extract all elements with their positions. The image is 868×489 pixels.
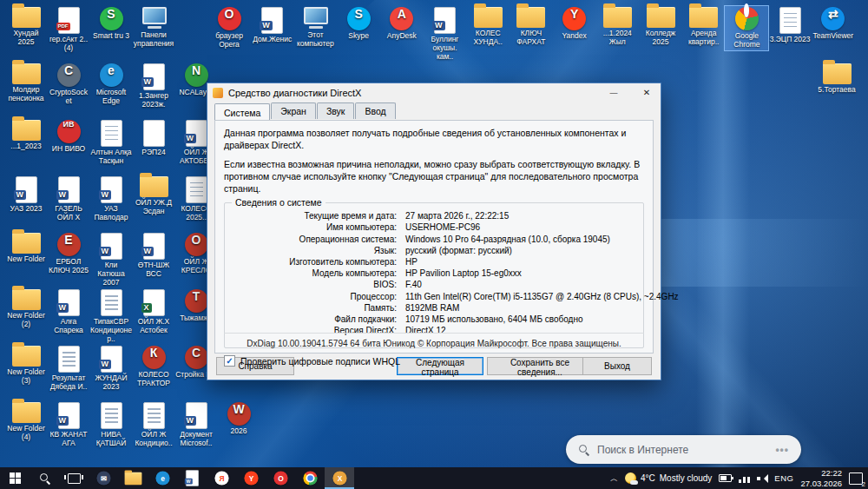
computer-icon [141,7,167,30]
desktop-icon[interactable]: XОЙЛ Ж.Х Астобек [131,287,176,337]
chrome-browser-taskbar-button[interactable] [295,467,325,489]
desktop-icon[interactable]: ...1_2023 [3,118,49,153]
desktop-icon[interactable]: ...1.2024 Жыл [595,5,640,49]
desktop-icon[interactable]: НИВА ҚАТШАЙ [89,400,134,450]
desktop-icon[interactable]: Алтын Алқа Тасқын [89,118,134,168]
tray-overflow-chevron-icon[interactable]: ︿ [610,473,618,485]
whql-checkbox[interactable] [224,355,235,367]
desktop-icon[interactable]: КОЛЕС ХУНДА.. [465,5,510,49]
tab-Система[interactable]: Система [214,103,270,120]
desktop-icon[interactable]: WУАЗ Павлодар [89,175,134,224]
sysinfo-row: Имя компьютера:USERHOME-PC96 [232,221,636,233]
desktop-icon[interactable]: New Folder (4) [3,400,49,444]
desktop-icon[interactable]: ТипакСВР Кондиционер.. [89,287,134,345]
desktop-icon[interactable]: WБуллинг окушы. кам.. [423,5,468,63]
clock-time: 22:22 [800,468,842,478]
tab-Экран[interactable]: Экран [271,102,316,119]
web-search-pill[interactable]: Поиск в Интернете ••• [566,435,801,464]
action-center-button[interactable]: 2 [849,472,863,485]
desktop-icon-label: Аренда квартир.. [683,30,725,47]
teamviewer-icon: ⇄ [821,7,845,30]
desktop-icon[interactable]: ЕЕРБОЛ КЛЮЧ 2025 [46,231,91,277]
yandex-taskbar-button[interactable]: Y [236,467,266,489]
desktop-icon[interactable]: 5.Тортаева [814,62,859,96]
desktop-icon[interactable]: YYandex [552,5,597,43]
search-button[interactable] [30,467,59,489]
document-icon: W [58,289,80,316]
weather-widget[interactable]: 4°C Mostly cloudy [625,472,712,484]
desktop-icon[interactable]: Молдир пенсионка [3,62,49,105]
close-button[interactable] [633,83,661,102]
field-label: Процессор: [232,291,397,302]
dxdiag-taskbar-button[interactable]: X [325,467,354,489]
desktop-icon-label: New Folder [5,255,47,264]
desktop-icon[interactable]: РЭП24 [131,118,176,159]
desktop-icon[interactable]: ⇄TeamViewer [811,5,856,43]
desktop-icon[interactable]: W2026 [216,400,261,438]
desktop-icon[interactable]: WУАЗ 2023 [3,175,49,215]
desktop-icon[interactable]: WӨТН-ШЖ ВСС [131,231,176,281]
mail-taskbar-button[interactable]: ✉ [89,467,118,489]
desktop-icon[interactable]: WЖУНДАЙ 2023 [89,344,134,393]
system-info-groupbox: Сведения о системе Текущие время и дата:… [224,202,644,348]
tab-Звук[interactable]: Звук [317,102,355,119]
desktop-icon[interactable]: Хундай 2025 [3,5,49,49]
desktop-icon[interactable]: Колледж 2025 [638,5,683,49]
word-badge: W [56,190,69,200]
edge-browser-taskbar-button[interactable]: e [148,467,177,489]
whql-checkbox-row[interactable]: Проверить цифровые подписи WHQL [224,355,644,367]
desktop-icon[interactable]: WКВ ЖАНАТ АГА [46,400,91,450]
desktop-icon[interactable]: SSmart tru 3 [89,5,134,43]
desktop-icon[interactable]: Аренда квартир.. [681,5,727,49]
language-indicator[interactable]: ENG [774,473,793,483]
desktop-icon[interactable]: WАлға Спарека [46,287,91,337]
desktop-icon[interactable]: ОЙЛ Ж Кондицио.. [131,400,176,450]
opera-browser-taskbar-button[interactable]: O [266,467,295,489]
desktop-icon[interactable]: WГАЗЕЛЬ ОЙЛ X [46,175,91,224]
desktop-icon[interactable]: ОЙЛ УЖ.Д Эсдан [131,175,176,218]
volume-icon[interactable] [757,474,767,483]
desktop-icon[interactable]: PDFгер.сАкт 2.. (4) [46,5,91,55]
desktop-icon[interactable]: WКли Катюша 2007 [89,231,134,288]
desktop-icon[interactable]: Этот компьютер [293,5,338,50]
tab-Ввод[interactable]: Ввод [355,102,395,119]
desktop-icon[interactable]: New Folder (3) [3,344,49,387]
desktop-icon-label: ЕРБОЛ КЛЮЧ 2025 [48,258,89,275]
desktop-icon[interactable]: Панели управления [131,5,176,50]
desktop-icon[interactable]: CCryptoSocket [46,62,91,108]
desktop-icon[interactable]: 3.ЭЦП 2023 [767,5,812,46]
chrome-icon [735,7,759,30]
desktop-icon[interactable]: AAnyDesk [379,5,424,43]
desktop-icon[interactable]: New Folder (2) [3,287,49,331]
desktop-icon[interactable]: WДокумент Microsof.. [174,400,219,450]
network-icon[interactable] [739,474,750,483]
start-button[interactable] [0,467,30,489]
minimize-button[interactable] [600,83,628,102]
file-explorer-taskbar-button[interactable] [118,467,148,489]
yandex-browser-taskbar-button[interactable]: Я [207,467,236,489]
title-bar[interactable]: Средство диагностики DirectX [207,83,661,102]
desktop-background[interactable]: Хундай 2025PDFгер.сАкт 2.. (4)SSmart tru… [0,0,868,489]
desktop-icon[interactable]: WДом.Женис [250,5,295,46]
battery-icon[interactable] [719,474,732,482]
desktop-icon[interactable]: КЛЮЧ ФАРХАТ [509,5,554,49]
document-icon [186,176,207,203]
desktop-icon[interactable]: New Folder [3,231,49,266]
task-view-button[interactable] [59,467,89,489]
desktop-icon[interactable]: W1.Зангер 2023ж. [131,62,176,111]
desktop-icon[interactable]: Результат Дябеда И.. [46,344,91,393]
word-taskbar-button[interactable]: W [177,467,207,489]
document-icon: W [143,233,165,260]
desktop-icon[interactable]: Google Chrome [724,5,769,51]
desktop-icon[interactable]: eMicrosoft Edge [89,62,134,108]
taskbar-clock[interactable]: 22:22 27.03.2026 [800,468,842,488]
task-view-icon [68,473,81,484]
field-label: Версия DirectX: [232,325,397,336]
desktop-icon[interactable]: ККОЛЕСО ТРАКТОР [131,344,176,390]
desktop-icon-label: ...1_2023 [5,142,47,151]
search-pill-more-button[interactable]: ••• [775,444,789,456]
desktop-icon[interactable]: SSkype [336,5,381,43]
desktop-icon[interactable]: Oбраузер Opera [207,5,252,51]
desktop-icon[interactable]: ИВИН ВИВО [46,118,91,155]
dxdiag-window[interactable]: Средство диагностики DirectX СистемаЭкра… [207,83,661,380]
